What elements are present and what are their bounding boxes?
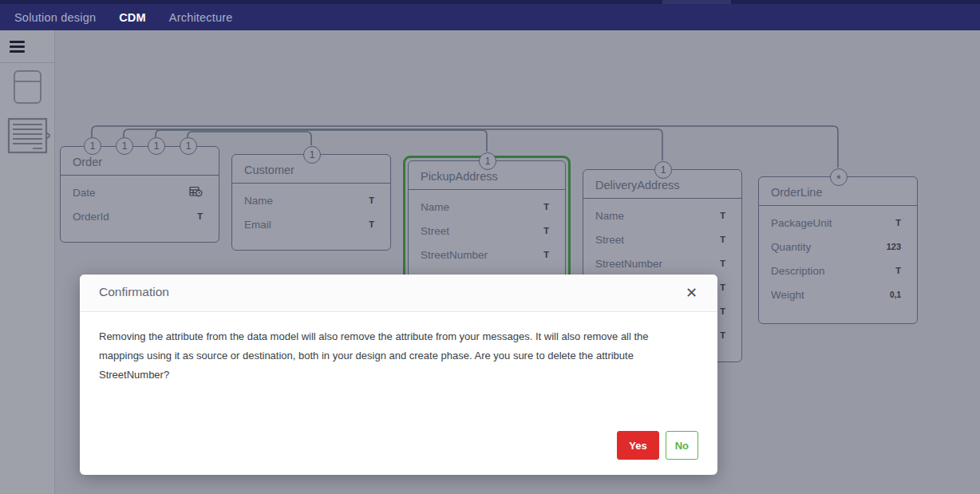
tab-solution-design[interactable]: Solution design	[14, 11, 96, 24]
tab-architecture[interactable]: Architecture	[169, 11, 233, 24]
dialog-message: Removing the attribute from the data mod…	[99, 327, 690, 385]
dialog-body: Removing the attribute from the data mod…	[80, 312, 717, 385]
tab-cdm[interactable]: CDM	[119, 11, 146, 24]
dialog-footer: Yes No	[617, 431, 698, 460]
top-navigation: Solution design CDM Architecture	[0, 4, 980, 30]
dialog-header: Confirmation ✕	[80, 275, 717, 312]
confirmation-dialog: Confirmation ✕ Removing the attribute fr…	[80, 275, 717, 475]
app-window: 1 1 1 1 Order Date OrderId T 1 Customer …	[0, 0, 980, 494]
no-button[interactable]: No	[666, 431, 698, 460]
yes-button[interactable]: Yes	[617, 431, 658, 460]
dialog-title: Confirmation	[99, 285, 169, 299]
close-icon[interactable]: ✕	[682, 283, 701, 302]
